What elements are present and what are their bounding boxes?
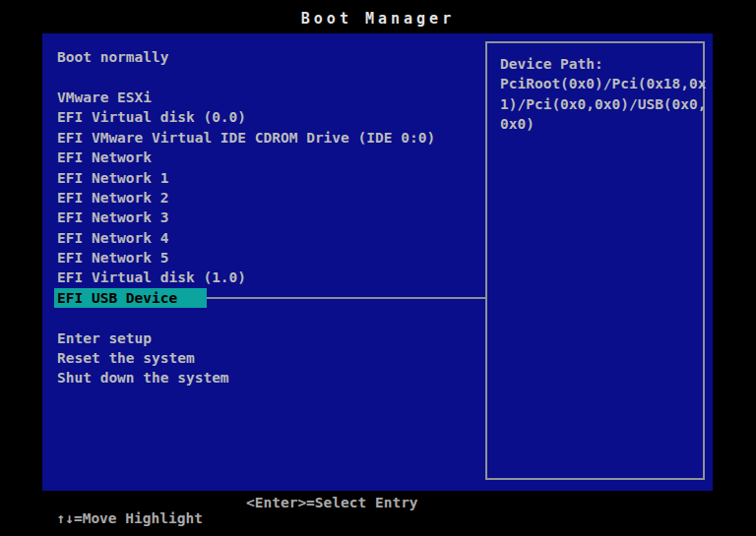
menu-item-label: EFI Virtual disk (0.0) <box>55 109 246 125</box>
menu-item-efi-network-3[interactable]: EFI Network 3 <box>55 208 485 227</box>
menu-item-boot-normally[interactable]: Boot normally <box>55 47 485 67</box>
menu-item-enter-setup[interactable]: Enter setup <box>55 328 485 347</box>
device-path-heading: Device Path: <box>500 54 703 74</box>
device-path-line: 1)/Pci(0x0,0x0)/USB(0x0, <box>500 94 703 114</box>
menu-item-label: Reset the system <box>55 350 195 366</box>
selected-item-highlight[interactable]: EFI USB Device <box>54 288 207 308</box>
boot-menu-list: Boot normally VMware ESXi EFI Virtual di… <box>55 47 485 388</box>
boot-menu-panel: Boot normally VMware ESXi EFI Virtual di… <box>42 33 713 491</box>
help-select-entry: <Enter>=Select Entry <box>246 495 418 510</box>
menu-item-label: VMware ESXi <box>55 89 152 105</box>
menu-item-efi-usb-device-selected[interactable]: EFI USB Device <box>55 288 485 308</box>
menu-spacer <box>55 308 485 328</box>
menu-item-efi-cdrom-drive[interactable]: EFI VMware Virtual IDE CDROM Drive (IDE … <box>55 128 485 148</box>
menu-item-label: Boot normally <box>55 49 169 65</box>
menu-item-vmware-esxi[interactable]: VMware ESXi <box>55 88 485 107</box>
menu-item-efi-network-4[interactable]: EFI Network 4 <box>55 228 485 248</box>
page-title: Boot Manager <box>0 10 756 28</box>
menu-item-shut-down-system[interactable]: Shut down the system <box>55 368 485 387</box>
boot-manager-screen: { "title": "Boot Manager", "colors": { "… <box>0 0 756 536</box>
menu-item-efi-network-1[interactable]: EFI Network 1 <box>55 167 485 187</box>
menu-item-efi-virtual-disk-1[interactable]: EFI Virtual disk (1.0) <box>55 268 485 287</box>
menu-spacer <box>55 67 485 87</box>
menu-item-label: EFI Network <box>55 149 152 165</box>
device-path-line: PciRoot(0x0)/Pci(0x18,0x <box>500 74 703 93</box>
help-move-highlight: ↑↓=Move Highlight <box>56 510 202 526</box>
menu-item-label: Enter setup <box>55 330 152 346</box>
menu-item-efi-network-2[interactable]: EFI Network 2 <box>55 188 485 208</box>
menu-item-label: EFI Network 2 <box>55 190 169 206</box>
menu-item-efi-network-5[interactable]: EFI Network 5 <box>55 248 485 268</box>
menu-item-efi-virtual-disk-0[interactable]: EFI Virtual disk (0.0) <box>55 107 485 127</box>
menu-item-reset-system[interactable]: Reset the system <box>55 348 485 368</box>
menu-item-label: EFI Network 4 <box>55 230 169 246</box>
help-bar: ↑↓=Move Highlight <Enter>=Select Entry <box>39 495 728 536</box>
menu-item-label: EFI VMware Virtual IDE CDROM Drive (IDE … <box>55 130 435 146</box>
menu-item-label: EFI Virtual disk (1.0) <box>55 269 246 285</box>
menu-item-label: EFI Network 1 <box>55 170 169 186</box>
device-path-line: 0x0) <box>500 114 703 134</box>
menu-item-label: EFI Network 3 <box>55 209 169 225</box>
menu-item-label: EFI Network 5 <box>55 250 169 266</box>
menu-item-label: Shut down the system <box>55 370 229 386</box>
highlight-connector-line <box>207 297 485 299</box>
menu-item-efi-network[interactable]: EFI Network <box>55 148 485 167</box>
device-path-panel: Device Path: PciRoot(0x0)/Pci(0x18,0x 1)… <box>485 41 705 480</box>
